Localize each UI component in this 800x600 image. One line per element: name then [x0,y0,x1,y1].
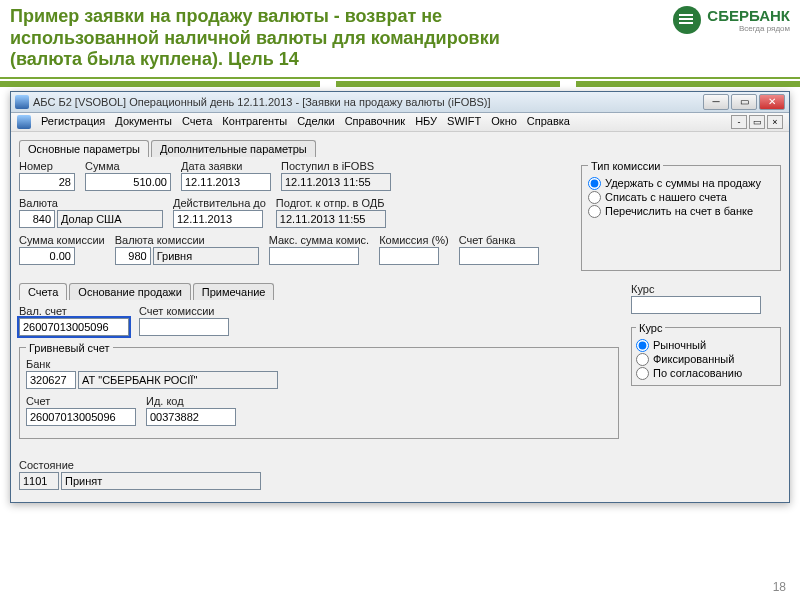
number-input[interactable] [19,173,75,191]
subtab-accounts[interactable]: Счета [19,283,67,300]
bank-acc-label: Счет банка [459,234,539,246]
comm-curr-label: Валюта комиссии [115,234,259,246]
ifobs-label: Поступил в iFOBS [281,160,391,172]
menu-contragents[interactable]: Контрагенты [222,115,287,129]
comm-pct-input[interactable] [379,247,439,265]
accounts-panel: Вал. счет Счет комиссии Гривневый счет Б… [19,299,619,449]
state-code-input [19,472,59,490]
date-input[interactable] [181,173,271,191]
close-button[interactable]: ✕ [759,94,785,110]
sum-input[interactable] [85,173,171,191]
comm-acc-input[interactable] [139,318,229,336]
commission-legend: Тип комиссии [588,160,663,172]
sberbank-icon [673,6,701,34]
doc-icon [17,115,31,129]
max-comm-label: Макс. сумма комис. [269,234,369,246]
val-acc-label: Вал. счет [19,305,129,317]
commission-opt1-label: Удержать с суммы на продажу [605,177,761,189]
comm-curr-code-input[interactable] [115,247,151,265]
app-icon [15,95,29,109]
max-comm-input[interactable] [269,247,359,265]
menu-bar: Регистрация Документы Счета Контрагенты … [11,113,789,132]
logo-name: СБЕРБАНК [707,7,790,24]
menu-swift[interactable]: SWIFT [447,115,481,129]
commission-opt3-radio[interactable] [588,205,601,218]
kurs-label: Курс [631,283,781,295]
comm-sum-label: Сумма комиссии [19,234,105,246]
kurs-opt3-radio[interactable] [636,367,649,380]
mdi-close-button[interactable]: × [767,115,783,129]
comm-acc-label: Счет комиссии [139,305,229,317]
odb-label: Подгот. к отпр. в ОДБ [276,197,386,209]
maximize-button[interactable]: ▭ [731,94,757,110]
tab-extra-params[interactable]: Дополнительные параметры [151,140,316,157]
bank-acc-input[interactable] [459,247,539,265]
minimize-button[interactable]: ─ [703,94,729,110]
menu-reference[interactable]: Справочник [345,115,406,129]
bank-code-input[interactable] [26,371,76,389]
kurs-opt2-label: Фиксированный [653,353,734,365]
odb-input [276,210,386,228]
bank-label: Банк [26,358,278,370]
ifobs-input [281,173,391,191]
app-window: АБС Б2 [VSOBOL] Операционный день 12.11.… [10,91,790,503]
uah-account-group: Гривневый счет Банк Счет [19,342,619,439]
kurs-input[interactable] [631,296,761,314]
currency-label: Валюта [19,197,163,209]
commission-type-group: Тип комиссии Удержать с суммы на продажу… [581,160,781,271]
kurs-sub-legend: Курс [636,322,665,334]
window-title: АБС Б2 [VSOBOL] Операционный день 12.11.… [33,96,491,108]
valid-input[interactable] [173,210,263,228]
menu-registration[interactable]: Регистрация [41,115,105,129]
menu-window[interactable]: Окно [491,115,517,129]
commission-opt2-label: Списать с нашего счета [605,191,727,203]
date-label: Дата заявки [181,160,271,172]
main-params-panel: Номер Сумма Дата заявки Поступил в iFOBS… [19,156,781,494]
acc-label: Счет [26,395,136,407]
currency-name-input [57,210,163,228]
menu-accounts[interactable]: Счета [182,115,212,129]
menu-nbu[interactable]: НБУ [415,115,437,129]
menu-documents[interactable]: Документы [115,115,172,129]
commission-opt3-label: Перечислить на счет в банке [605,205,753,217]
logo-tagline: Всегда рядом [707,24,790,33]
currency-code-input[interactable] [19,210,55,228]
menu-deals[interactable]: Сделки [297,115,335,129]
valid-label: Действительна до [173,197,266,209]
subtab-note[interactable]: Примечание [193,283,275,300]
kurs-type-group: Курс Рыночный Фиксированный По согласова… [631,322,781,386]
kurs-opt3-label: По согласованию [653,367,742,379]
comm-pct-label: Комиссия (%) [379,234,449,246]
sum-label: Сумма [85,160,171,172]
id-input[interactable] [146,408,236,426]
decorative-stripe [0,81,800,87]
mdi-minimize-button[interactable]: - [731,115,747,129]
number-label: Номер [19,160,75,172]
slide-title: Пример заявки на продажу валюты - возвра… [10,6,570,71]
commission-opt2-radio[interactable] [588,191,601,204]
tab-main-params[interactable]: Основные параметры [19,140,149,157]
mdi-restore-button[interactable]: ▭ [749,115,765,129]
state-name-input [61,472,261,490]
subtab-basis[interactable]: Основание продажи [69,283,190,300]
kurs-opt2-radio[interactable] [636,353,649,366]
comm-curr-name-input [153,247,259,265]
title-bar: АБС Б2 [VSOBOL] Операционный день 12.11.… [11,92,789,113]
menu-help[interactable]: Справка [527,115,570,129]
id-label: Ид. код [146,395,236,407]
bank-name-input [78,371,278,389]
acc-input[interactable] [26,408,136,426]
comm-sum-input[interactable] [19,247,75,265]
logo-block: СБЕРБАНК Всегда рядом [673,6,790,34]
kurs-opt1-label: Рыночный [653,339,706,351]
slide-number: 18 [773,580,786,594]
state-label: Состояние [19,459,261,471]
kurs-opt1-radio[interactable] [636,339,649,352]
uah-legend: Гривневый счет [26,342,113,354]
commission-opt1-radio[interactable] [588,177,601,190]
val-acc-input[interactable] [19,318,129,336]
